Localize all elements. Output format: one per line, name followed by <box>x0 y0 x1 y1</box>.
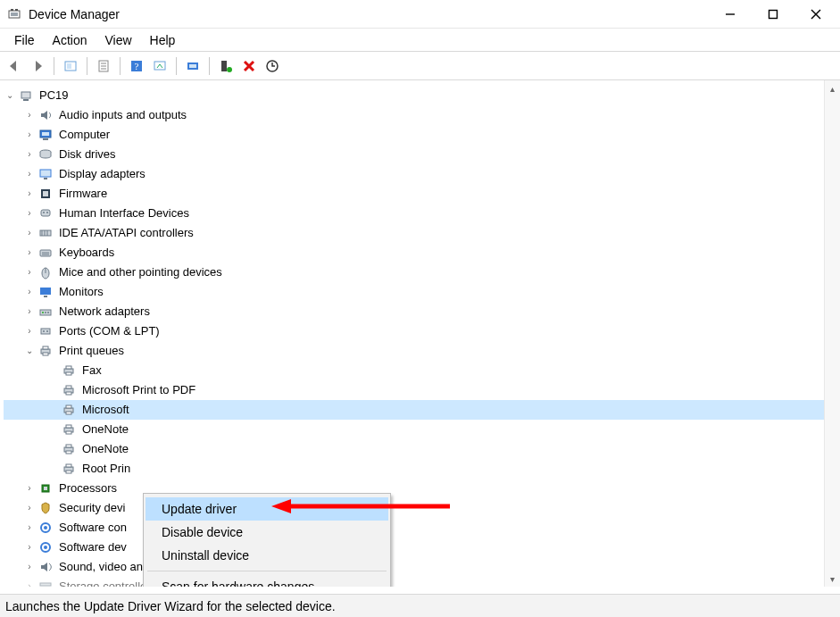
menu-help[interactable]: Help <box>141 31 185 49</box>
svg-point-51 <box>47 312 49 313</box>
tree-device[interactable]: Microsoft Print to PDF <box>4 380 840 400</box>
tree-category[interactable]: › Firmware <box>4 184 840 204</box>
audio-icon <box>37 107 54 123</box>
svg-rect-82 <box>40 583 51 586</box>
tree-category[interactable]: › Mice and other pointing devices <box>4 263 840 282</box>
expand-toggle[interactable]: › <box>23 128 36 143</box>
maximize-button[interactable] <box>760 4 786 25</box>
tree-category[interactable]: › Computer <box>4 125 840 145</box>
tree-category[interactable]: › Audio inputs and outputs <box>4 105 840 125</box>
tree-category[interactable]: › Sound, video and game controllers <box>4 557 840 577</box>
expand-toggle[interactable]: › <box>23 167 36 182</box>
tree-category[interactable]: › Ports (COM & LPT) <box>4 321 840 341</box>
tree-device[interactable]: Microsoft <box>4 400 840 420</box>
expand-toggle[interactable]: ⌄ <box>23 344 36 359</box>
expand-toggle[interactable]: › <box>23 285 36 300</box>
tree-category-label: Computer <box>57 125 112 144</box>
update-driver-button[interactable] <box>182 55 204 77</box>
svg-rect-75 <box>66 471 71 473</box>
tree-device-label: Root Prin <box>80 459 132 478</box>
tree-category[interactable]: › Display adapters <box>4 164 840 184</box>
expand-toggle[interactable]: › <box>23 206 36 221</box>
svg-rect-63 <box>66 392 71 395</box>
scan-hardware-button[interactable] <box>262 55 283 77</box>
tree-device[interactable]: OneNote <box>4 420 840 439</box>
help-button[interactable]: ? <box>126 55 147 77</box>
properties-button[interactable] <box>93 55 114 77</box>
expand-toggle[interactable]: ⌄ <box>4 88 16 104</box>
tree-category-label: Display adapters <box>57 164 147 183</box>
tree-category[interactable]: › IDE ATA/ATAPI controllers <box>4 223 840 243</box>
expand-toggle[interactable]: › <box>23 481 36 496</box>
tree-device-label: OneNote <box>80 420 130 438</box>
disk-icon <box>37 146 54 163</box>
svg-point-49 <box>42 312 44 313</box>
tree-category-label: Firmware <box>57 184 109 203</box>
tree-category[interactable]: › Security devi <box>4 498 840 518</box>
expand-toggle[interactable]: › <box>23 304 36 320</box>
nav-back-button[interactable] <box>4 55 25 77</box>
expand-toggle[interactable]: › <box>23 560 36 575</box>
context-item[interactable]: Disable device <box>146 521 388 544</box>
tree-category[interactable]: › Software con <box>4 518 840 538</box>
tree-pane: ▴ ▾ ⌄ PC19 › Audio inputs and outputs › … <box>0 80 840 587</box>
vertical-scrollbar[interactable]: ▴ ▾ <box>824 80 840 587</box>
expand-toggle[interactable]: › <box>23 147 36 163</box>
expand-toggle[interactable]: › <box>23 265 36 280</box>
show-hidden-button[interactable] <box>60 55 81 77</box>
minimize-button[interactable] <box>717 4 744 25</box>
context-menu: Update driverDisable deviceUninstall dev… <box>143 493 391 587</box>
tree-category-label: Human Interface Devices <box>57 204 191 222</box>
expand-toggle[interactable]: › <box>23 501 36 516</box>
tree-category[interactable]: › Processors <box>4 479 840 498</box>
expand-toggle[interactable]: › <box>23 246 36 261</box>
printer-icon <box>37 343 54 359</box>
nav-forward-button[interactable] <box>27 55 48 77</box>
processor-icon <box>37 480 54 496</box>
uninstall-device-button[interactable] <box>238 55 260 77</box>
context-item[interactable]: Update driver <box>146 497 388 521</box>
svg-rect-33 <box>43 191 48 196</box>
svg-rect-2 <box>15 9 18 11</box>
expand-toggle[interactable]: › <box>23 187 36 202</box>
expand-toggle[interactable]: › <box>23 521 36 536</box>
svg-rect-5 <box>769 10 778 18</box>
menu-file[interactable]: File <box>5 31 44 49</box>
expand-toggle[interactable]: › <box>23 324 36 339</box>
context-item[interactable]: Scan for hardware changes <box>146 575 388 587</box>
ide-icon <box>37 225 54 241</box>
close-button[interactable] <box>803 4 829 25</box>
tree-category[interactable]: › Storage controllers <box>4 577 840 587</box>
svg-point-79 <box>44 526 47 529</box>
tree-device[interactable]: Fax <box>4 361 840 380</box>
svg-rect-28 <box>43 138 48 140</box>
tree-category-label: Software con <box>57 518 129 537</box>
scroll-up-button[interactable]: ▴ <box>825 80 840 96</box>
expand-toggle[interactable]: › <box>23 226 36 241</box>
tree-category[interactable]: › Human Interface Devices <box>4 204 840 223</box>
expand-toggle[interactable]: › <box>23 108 36 123</box>
enable-device-button[interactable] <box>215 55 237 77</box>
svg-text:?: ? <box>135 61 139 71</box>
keyboard-icon <box>37 245 54 261</box>
tree-device[interactable]: Root Prin <box>4 459 840 479</box>
svg-point-50 <box>45 312 46 313</box>
scan-button[interactable] <box>149 55 170 77</box>
tree-category[interactable]: › Disk drives <box>4 145 840 164</box>
tree-category[interactable]: › Software dev <box>4 538 840 557</box>
tree-category[interactable]: ⌄ Print queues <box>4 341 840 361</box>
context-item[interactable]: Uninstall device <box>146 544 388 567</box>
tree-device-label: Microsoft Print to PDF <box>80 380 197 399</box>
tree-root[interactable]: ⌄ PC19 <box>4 86 840 105</box>
menu-action[interactable]: Action <box>44 31 96 49</box>
tree-category[interactable]: › Keyboards <box>4 243 840 263</box>
svg-rect-16 <box>154 62 165 70</box>
tree-category-label: Keyboards <box>57 243 116 262</box>
tree-category[interactable]: › Network adapters <box>4 302 840 321</box>
menu-view[interactable]: View <box>96 31 140 49</box>
tree-device[interactable]: OneNote <box>4 439 840 459</box>
expand-toggle[interactable]: › <box>23 540 36 555</box>
expand-toggle[interactable]: › <box>23 579 36 587</box>
svg-rect-30 <box>40 170 51 177</box>
tree-category[interactable]: › Monitors <box>4 282 840 302</box>
